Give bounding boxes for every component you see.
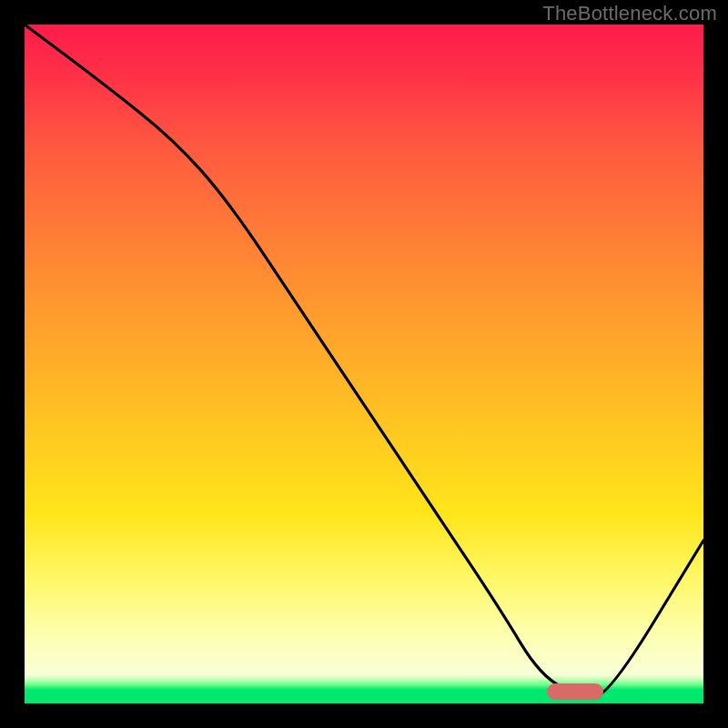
optimal-range-marker <box>547 683 603 700</box>
watermark-text: TheBottleneck.com <box>542 2 717 25</box>
plot-area <box>25 25 703 703</box>
chart-frame: TheBottleneck.com <box>0 0 728 728</box>
bottleneck-curve <box>25 25 703 703</box>
